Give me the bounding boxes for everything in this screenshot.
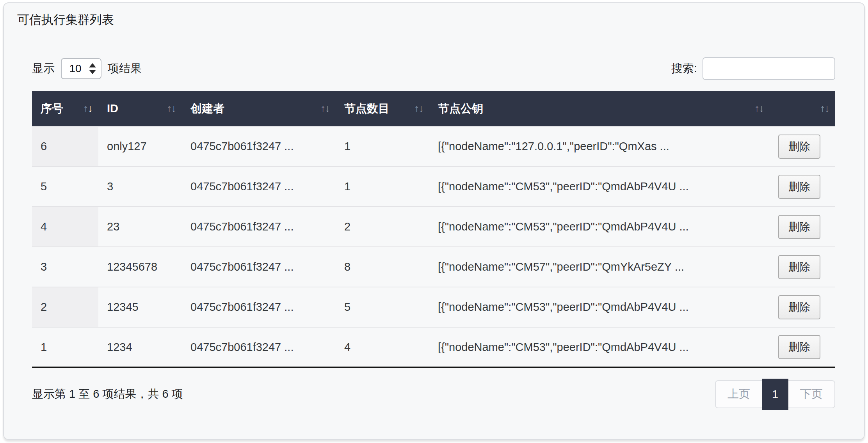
length-label-suffix: 项结果 (108, 61, 142, 76)
search-control: 搜索: (671, 57, 835, 80)
cell-creator: 0475c7b061f3247 ... (182, 167, 336, 207)
cell-node-pubkey: [{"nodeName":"CM53","peerID":"QmdAbP4V4U… (429, 287, 770, 327)
table-row: 6 only127 0475c7b061f3247 ... 1 [{"nodeN… (32, 126, 835, 167)
delete-button[interactable]: 删除 (778, 255, 820, 279)
cell-actions: 删除 (770, 327, 835, 367)
cell-index: 2 (32, 287, 98, 327)
sort-icon: ↑↓ (414, 103, 423, 115)
cell-id: only127 (98, 126, 182, 167)
sort-icon: ↑↓ (320, 103, 329, 115)
cell-actions: 删除 (770, 247, 835, 287)
table-row: 5 3 0475c7b061f3247 ... 1 [{"nodeName":"… (32, 167, 835, 207)
page-length-select[interactable]: 10 (61, 58, 101, 79)
search-input[interactable] (703, 57, 835, 80)
column-header-node-pubkey[interactable]: 节点公钥 ↑↓ (429, 91, 770, 126)
cell-creator: 0475c7b061f3247 ... (182, 327, 336, 367)
cell-index: 1 (32, 327, 98, 367)
cell-node-count: 8 (336, 247, 429, 287)
search-label: 搜索: (671, 61, 697, 76)
page-1-button[interactable]: 1 (762, 379, 788, 410)
column-header-index[interactable]: 序号 ↑↓ (32, 91, 98, 126)
cell-index: 5 (32, 167, 98, 207)
cell-actions: 删除 (770, 207, 835, 247)
table-footer: 显示第 1 至 6 项结果，共 6 项 上页 1 下页 (32, 377, 835, 412)
cell-actions: 删除 (770, 167, 835, 207)
cell-node-pubkey: [{"nodeName":"CM53","peerID":"QmdAbP4V4U… (429, 327, 770, 367)
pagination: 上页 1 下页 (715, 380, 835, 408)
select-stepper-icon (89, 63, 96, 74)
delete-button[interactable]: 删除 (778, 135, 820, 159)
sort-icon: ↑↓ (754, 103, 763, 115)
next-page-button[interactable]: 下页 (788, 381, 834, 408)
delete-button[interactable]: 删除 (778, 215, 820, 239)
page-length-control: 显示 10 项结果 (32, 58, 142, 79)
table-row: 1 1234 0475c7b061f3247 ... 4 [{"nodeName… (32, 327, 835, 367)
cell-node-count: 1 (336, 126, 429, 167)
cell-index: 6 (32, 126, 98, 167)
column-header-creator[interactable]: 创建者 ↑↓ (182, 91, 336, 126)
cell-node-count: 1 (336, 167, 429, 207)
header-row: 序号 ↑↓ ID ↑↓ 创建者 ↑↓ (32, 91, 835, 126)
cell-id: 12345 (98, 287, 182, 327)
cell-creator: 0475c7b061f3247 ... (182, 287, 336, 327)
column-header-actions[interactable]: ↑↓ (770, 91, 835, 126)
delete-button[interactable]: 删除 (778, 335, 820, 359)
cell-node-pubkey: [{"nodeName":"CM53","peerID":"QmdAbP4V4U… (429, 167, 770, 207)
cell-index: 3 (32, 247, 98, 287)
cell-node-count: 4 (336, 327, 429, 367)
cluster-list-card: 可信执行集群列表 显示 10 项结果 搜索: (3, 2, 865, 440)
cluster-table: 序号 ↑↓ ID ↑↓ 创建者 ↑↓ (32, 91, 835, 368)
cell-node-count: 2 (336, 207, 429, 247)
delete-button[interactable]: 删除 (778, 295, 820, 319)
cell-id: 12345678 (98, 247, 182, 287)
cluster-table-wrap: 序号 ↑↓ ID ↑↓ 创建者 ↑↓ (32, 91, 835, 368)
sort-icon: ↑↓ (167, 103, 176, 115)
page-title: 可信执行集群列表 (17, 12, 114, 28)
sort-icon: ↑↓ (820, 103, 829, 115)
cell-creator: 0475c7b061f3247 ... (182, 247, 336, 287)
cell-node-pubkey: [{"nodeName":"127.0.0.1","peerID":"QmXas… (429, 126, 770, 167)
cell-id: 23 (98, 207, 182, 247)
length-label-prefix: 显示 (32, 61, 55, 76)
column-header-node-count[interactable]: 节点数目 ↑↓ (336, 91, 429, 126)
cell-id: 1234 (98, 327, 182, 367)
cell-node-pubkey: [{"nodeName":"CM53","peerID":"QmdAbP4V4U… (429, 207, 770, 247)
cell-index: 4 (32, 207, 98, 247)
table-controls: 显示 10 项结果 搜索: (32, 56, 835, 81)
cell-creator: 0475c7b061f3247 ... (182, 207, 336, 247)
table-row: 3 12345678 0475c7b061f3247 ... 8 [{"node… (32, 247, 835, 287)
sort-icon: ↑↓ (83, 103, 92, 115)
cell-creator: 0475c7b061f3247 ... (182, 126, 336, 167)
cell-actions: 删除 (770, 287, 835, 327)
column-header-id[interactable]: ID ↑↓ (98, 91, 182, 126)
delete-button[interactable]: 删除 (778, 175, 820, 199)
prev-page-button[interactable]: 上页 (716, 381, 762, 408)
cell-id: 3 (98, 167, 182, 207)
cell-node-count: 5 (336, 287, 429, 327)
table-row: 4 23 0475c7b061f3247 ... 2 [{"nodeName":… (32, 207, 835, 247)
results-info: 显示第 1 至 6 项结果，共 6 项 (32, 386, 183, 402)
table-row: 2 12345 0475c7b061f3247 ... 5 [{"nodeNam… (32, 287, 835, 327)
cell-actions: 删除 (770, 126, 835, 167)
cell-node-pubkey: [{"nodeName":"CM57","peerID":"QmYkAr5eZY… (429, 247, 770, 287)
